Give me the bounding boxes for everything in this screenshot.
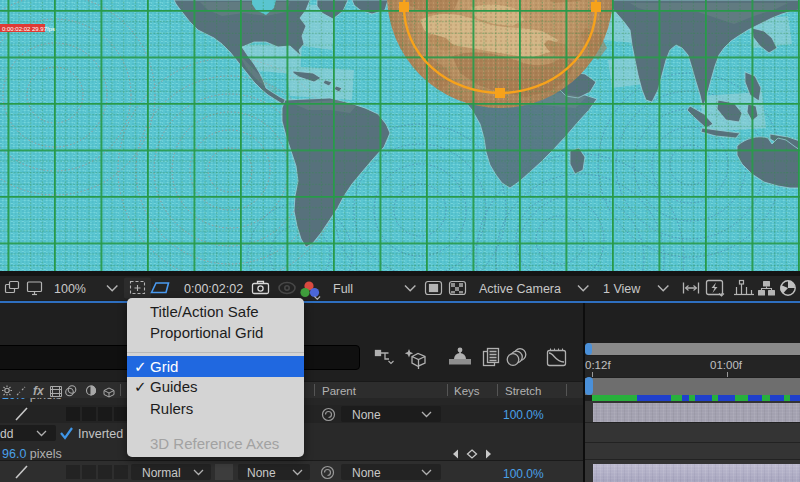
svg-text:0:00:02:02 29.97fps: 0:00:02:02 29.97fps [2,26,55,32]
svg-text:Full: Full [333,282,353,296]
svg-text:100%: 100% [54,282,86,296]
svg-text:Active Camera: Active Camera [479,282,561,296]
svg-text:fx: fx [33,384,45,398]
svg-text:1 View: 1 View [603,282,641,296]
svg-text:0:00:02:02: 0:00:02:02 [184,282,243,296]
